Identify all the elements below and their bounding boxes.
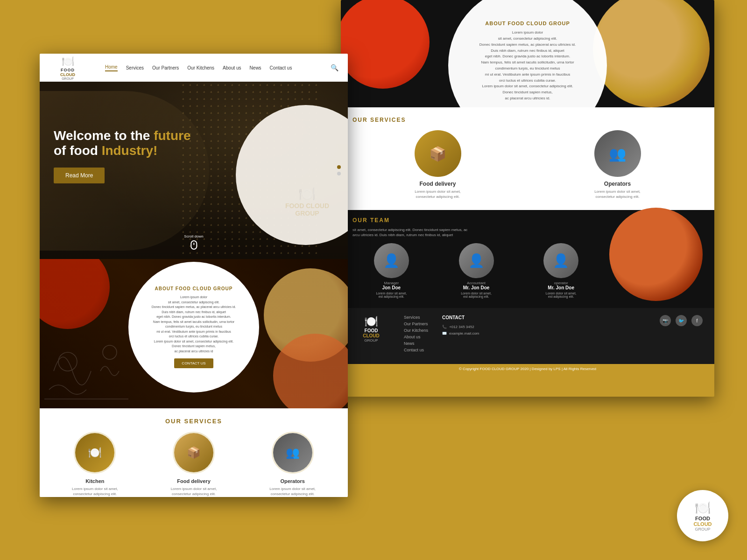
team-accountant-name: Mr. Jon Doe	[463, 285, 490, 290]
watermark-logo: 🍽️ FOOD CLOUD GROUP	[677, 490, 728, 541]
twitter-icon[interactable]: 🐦	[676, 315, 687, 326]
team-accountant-desc: Lorem dolor sit amet,est adipiscing elit…	[461, 292, 492, 298]
footer-nav: Services Our Partners Our Kitchens About…	[404, 315, 428, 352]
nav-services[interactable]: Services	[126, 65, 144, 70]
footer-link-about[interactable]: About us	[404, 335, 428, 339]
read-more-button[interactable]: Read More	[54, 168, 105, 183]
team-operator-desc: Lorem dolor sit amet,est adipiscing elit…	[546, 292, 577, 298]
hero-dot-1[interactable]	[337, 165, 341, 169]
hero-section: 🍽️ FOOD CLOUD GROUP Welcome to the futur…	[40, 82, 348, 259]
logo[interactable]: 🍽️ FOOD CLOUD GROUP	[49, 56, 86, 80]
footer-link-partners[interactable]: Our Partners	[404, 322, 428, 326]
svg-point-2	[103, 345, 117, 359]
team-accountant-role: Accountant	[467, 281, 486, 285]
footer-logo-icon: 🍽️	[364, 315, 378, 328]
team-operator-avatar: 👤	[543, 243, 578, 278]
services-grid-left: 🍽️ Kitchen Lorem ipsum dolor sit amet,co…	[49, 432, 338, 497]
operators-icon: 👥	[273, 433, 312, 472]
footer-link-services[interactable]: Services	[404, 315, 428, 320]
service-operators-image: 👥	[272, 432, 314, 474]
service-kitchen-desc: Lorem ipsum dolor sit amet,consectetur a…	[72, 486, 118, 497]
footer-logo[interactable]: 🍽️ FOOD CLOUD GROUP	[352, 315, 390, 343]
service-operators-desc-left: Lorem ipsum dolor sit amet,consectetur a…	[269, 486, 316, 497]
nav-kitchens[interactable]: Our Kitchens	[187, 65, 214, 70]
team-member-manager: 👤 Manager Jon Doe Lorem dolor sit amet,e…	[352, 243, 430, 298]
about-section: ABOUT FOOD CLOUD GROUP Lorem ipsum dolor…	[40, 259, 348, 408]
nav-about[interactable]: About us	[223, 65, 241, 70]
footer-food-text: FOOD	[365, 328, 378, 333]
footer-link-contact[interactable]: Contact us	[404, 348, 428, 352]
right-pizza-team-area: OUR TEAM sit amet, consectetur adipiscin…	[341, 210, 714, 308]
watermark-logo-icon: 🍽️	[695, 500, 711, 516]
right-tomatoes-image	[341, 0, 430, 89]
hero-title-food: of food	[54, 143, 102, 158]
right-operators-name: Operators	[604, 181, 631, 187]
hero-title-line2: of food Industry!	[54, 143, 191, 158]
team-area: OUR TEAM sit amet, consectetur adipiscin…	[352, 217, 600, 298]
right-service-delivery: 📦 Food delivery Lorem ipsum dolor sit am…	[352, 130, 523, 199]
right-about-title: ABOUT FOOD CLOUD GROUP	[485, 21, 570, 26]
service-delivery-desc-left: Lorem ipsum dolor sit amet,consectetur a…	[171, 486, 217, 497]
watermark-group-text: GROUP	[695, 527, 710, 532]
delivery-icon: 📦	[174, 433, 213, 472]
nav-links: Home Services Our Partners Our Kitchens …	[105, 64, 292, 71]
footer-social: 📷 🐦 f	[660, 315, 703, 326]
footer-phone-number: +012 345 3452	[449, 325, 474, 329]
hero-logo-watermark: 🍽️ FOOD CLOUD GROUP	[285, 186, 329, 217]
right-delivery-desc: Lorem ipsum dolor sit amet,consectetur a…	[415, 189, 461, 199]
hero-dot-2[interactable]	[337, 172, 341, 175]
service-delivery-name-left: Food delivery	[177, 478, 211, 484]
team-manager-desc: Lorem dolor sit amet,est adipiscing elit…	[376, 292, 407, 298]
svg-point-0	[58, 352, 77, 371]
nav-partners[interactable]: Our Partners	[152, 65, 179, 70]
right-about-text: Lorem ipsum dolorsit amet, consectetur a…	[479, 30, 576, 102]
right-delivery-circle: 📦	[415, 130, 461, 177]
right-mockup: ABOUT FOOD CLOUD GROUP Lorem ipsum dolor…	[341, 0, 714, 397]
right-services-section: OUR SERVICES 📦 Food delivery Lorem ipsum…	[341, 107, 714, 210]
right-service-operators: 👥 Operators Lorem ipsum dolor sit amet,c…	[532, 130, 703, 199]
right-services-grid: 📦 Food delivery Lorem ipsum dolor sit am…	[352, 130, 703, 199]
footer-email-address: example.mail.com	[449, 331, 479, 336]
nav-news[interactable]: News	[250, 65, 261, 70]
search-icon[interactable]: 🔍	[331, 64, 338, 71]
logo-group-text: GROUP	[62, 77, 74, 80]
kitchen-icon: 🍽️	[75, 433, 114, 472]
hero-title-industry: Industry!	[102, 143, 158, 158]
right-delivery-icon: 📦	[415, 130, 461, 177]
nav-home[interactable]: Home	[105, 64, 118, 71]
logo-icon: 🍽️	[62, 56, 74, 68]
team-grid: 👤 Manager Jon Doe Lorem dolor sit amet,e…	[352, 243, 600, 298]
facebook-icon[interactable]: f	[691, 315, 703, 326]
right-burger-image	[593, 0, 710, 107]
right-delivery-name: Food delivery	[419, 181, 456, 187]
right-services-title: OUR SERVICES	[352, 117, 703, 123]
about-circle: ABOUT FOOD CLOUD GROUP Lorem ipsum dolor…	[128, 262, 259, 392]
team-member-accountant: 👤 Accountant Mr. Jon Doe Lorem dolor sit…	[437, 243, 515, 298]
hero-pagination-dots	[337, 165, 341, 175]
hero-title-line1: Welcome to the future	[54, 128, 191, 143]
service-delivery-image: 📦	[173, 432, 215, 474]
about-title: ABOUT FOOD CLOUD GROUP	[155, 286, 233, 291]
nav-contact[interactable]: Contact us	[270, 65, 292, 70]
service-kitchen-image: 🍽️	[74, 432, 116, 474]
left-mockup: 🍽️ FOOD CLOUD GROUP Home Services Our Pa…	[40, 54, 348, 497]
navbar: 🍽️ FOOD CLOUD GROUP Home Services Our Pa…	[40, 54, 348, 82]
team-manager-avatar: 👤	[374, 243, 409, 278]
footer-link-kitchens[interactable]: Our Kitchens	[404, 328, 428, 333]
service-delivery-left: 📦 Food delivery Lorem ipsum dolor sit am…	[148, 432, 240, 497]
team-member-operator: 👤 operator Mr. Jon Doe Lorem dolor sit a…	[522, 243, 600, 298]
footer-link-news[interactable]: News	[404, 341, 428, 346]
services-section-left: OUR SERVICES 🍽️ Kitchen Lorem ipsum dolo…	[40, 408, 348, 497]
team-title: OUR TEAM	[352, 217, 600, 224]
right-pizza-image	[609, 208, 703, 301]
right-about-popup: ABOUT FOOD CLOUD GROUP Lorem ipsum dolor…	[448, 0, 607, 107]
service-kitchen-name: Kitchen	[85, 478, 104, 484]
footer-contact: CONTACT 📞 +012 345 3452 ✉️ example.mail.…	[442, 315, 479, 336]
instagram-icon[interactable]: 📷	[660, 315, 671, 326]
hero-title-future: future	[154, 128, 190, 143]
email-icon: ✉️	[442, 331, 447, 336]
watermark-food-text: FOOD	[695, 516, 710, 521]
contact-us-button-left[interactable]: CONTACT US	[174, 358, 213, 368]
footer-phone: 📞 +012 345 3452	[442, 325, 479, 329]
footer-cloud-text: CLOUD	[363, 333, 380, 338]
